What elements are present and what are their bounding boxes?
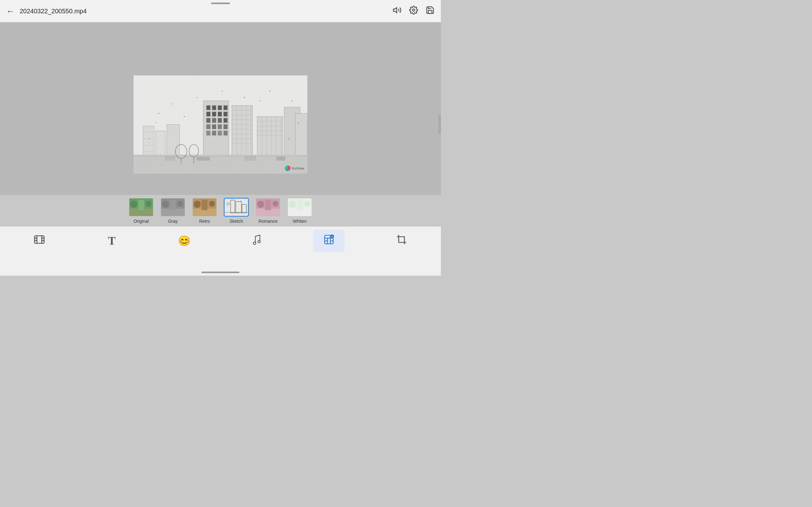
filter-label-sketch: Sketch (230, 219, 243, 224)
back-button[interactable]: ← (6, 6, 14, 16)
filter-item-whiten[interactable]: Whiten (287, 198, 312, 224)
svg-rect-94 (202, 200, 208, 210)
page-title: 20240322_200550.mp4 (20, 8, 87, 15)
filter-item-romance[interactable]: Romance (255, 198, 281, 224)
filter-thumb-retro (192, 198, 217, 217)
svg-rect-79 (134, 75, 307, 174)
filter-strip: Original Gray Retro (0, 195, 441, 227)
svg-point-96 (209, 201, 215, 207)
watermark-logo (285, 165, 291, 171)
svg-point-109 (257, 201, 264, 208)
music-icon (252, 234, 261, 248)
crop-icon (396, 234, 407, 248)
filter-thumb-romance (255, 198, 281, 217)
svg-rect-108 (265, 200, 271, 210)
filter-thumb-original (129, 198, 154, 217)
toolbar-filter-button[interactable]: ✦ (313, 230, 345, 252)
filter-thumb-whiten (287, 198, 312, 217)
svg-point-85 (130, 201, 137, 208)
filter-item-gray[interactable]: Gray (160, 198, 186, 224)
filter-item-sketch[interactable]: Sketch (223, 198, 249, 224)
filter-label-retro: Retro (199, 219, 210, 224)
right-handle[interactable] (438, 115, 441, 134)
filter-label-gray: Gray (168, 219, 177, 224)
watermark-text: fooView (292, 166, 304, 170)
watermark: fooView (285, 165, 304, 171)
top-drag-handle (211, 3, 230, 4)
svg-point-1 (413, 9, 415, 11)
toolbar-music-button[interactable] (241, 230, 272, 252)
text-icon: T (108, 234, 115, 247)
video-frame: fooView (134, 75, 307, 174)
filter-thumb-sketch (223, 198, 249, 217)
svg-point-110 (272, 201, 278, 207)
settings-icon[interactable] (409, 6, 418, 17)
top-bar-right (393, 6, 435, 17)
toolbar-emoji-button[interactable]: 😊 (168, 230, 200, 252)
filter-item-original[interactable]: Original (129, 198, 154, 224)
svg-point-124 (258, 240, 260, 243)
svg-point-115 (304, 201, 310, 207)
volume-icon[interactable] (393, 6, 402, 17)
svg-rect-84 (138, 200, 144, 210)
svg-point-114 (289, 201, 296, 208)
bottom-toolbar: T 😊 (0, 227, 441, 276)
toolbar-crop-button[interactable] (386, 230, 417, 252)
svg-point-95 (194, 201, 200, 208)
filter-effect-icon: ✦ (323, 234, 335, 248)
svg-point-105 (241, 201, 241, 201)
svg-point-91 (177, 201, 183, 207)
top-bar-left: ← 20240322_200550.mp4 (6, 6, 87, 16)
emoji-icon: 😊 (178, 235, 191, 247)
svg-point-104 (227, 206, 228, 206)
svg-rect-89 (170, 200, 176, 210)
film-icon (34, 234, 45, 248)
svg-point-86 (146, 201, 152, 207)
filter-label-whiten: Whiten (293, 219, 307, 224)
filter-item-retro[interactable]: Retro (192, 198, 217, 224)
sketch-canvas (134, 75, 307, 174)
svg-marker-0 (393, 7, 397, 12)
toolbar-text-button[interactable]: T (96, 230, 128, 252)
toolbar-items: T 😊 (0, 230, 441, 252)
bottom-drag-handle (201, 272, 240, 273)
svg-rect-113 (297, 200, 303, 210)
sketch-image (134, 75, 307, 174)
svg-point-123 (253, 242, 256, 245)
svg-rect-116 (35, 236, 44, 243)
svg-text:✦: ✦ (332, 236, 334, 238)
filter-label-original: Original (134, 219, 149, 224)
filter-label-romance: Romance (258, 219, 277, 224)
save-icon[interactable] (426, 6, 435, 17)
filter-thumb-gray (160, 198, 186, 217)
svg-rect-97 (225, 199, 248, 216)
toolbar-video-button[interactable] (23, 230, 55, 252)
svg-point-90 (162, 201, 169, 208)
